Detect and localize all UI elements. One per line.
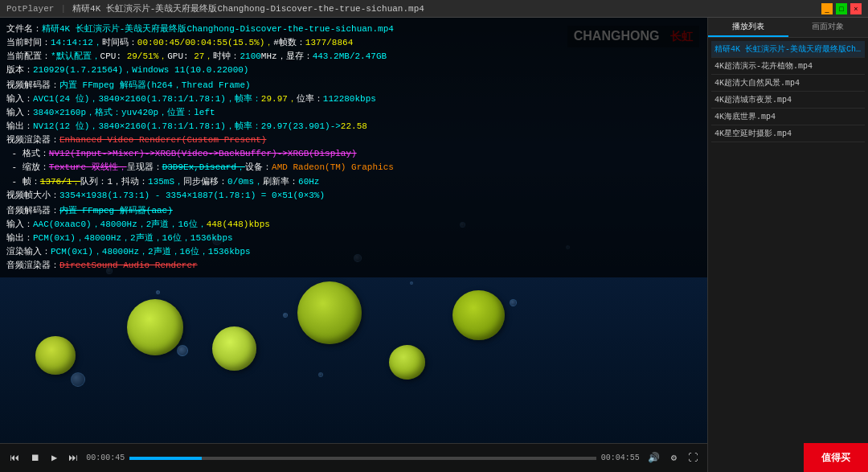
video-area[interactable]: CHANGHONG 长虹 文件名：精研4K 长虹演示片-美哉天府最终版Chang… [0,18,707,472]
stat-arender: 音频渲染器：DirectSound Audio Renderer [6,259,701,273]
stat-framesize: 视频帧大小：3354×1938(1.73:1) - 3354×1887(1.78… [6,189,701,203]
bubble-deco [283,313,288,318]
stat-config: 当前配置：*默认配置，CPU: 29/51%，GPU: 27，时钟：2100MH… [6,50,701,64]
stat-input2: 输入：3840×2160p，格式：yuv420p，位置：left [6,106,701,120]
stat-ainput: 输入：AAC(0xaac0)，48000Hz，2声道，16位，448(448)k… [6,218,701,232]
bubble-deco [156,290,160,294]
titlebar-left: PotPlayer | 精研4K 长虹演示片-美哉天府最终版Changhong-… [6,2,424,14]
minimize-button[interactable]: _ [821,3,833,14]
fruit-deco [389,345,425,380]
fruit-deco [35,336,76,375]
stat-format: - 格式：NV12(Input->Mixer)->XRGB(Video->Bac… [6,147,701,161]
titlebar: PotPlayer | 精研4K 长虹演示片-美哉天府最终版Changhong-… [0,0,868,18]
titlebar-title: 精研4K 长虹演示片-美哉天府最终版Changhong-Discover-the… [72,2,424,14]
fruit-deco [127,299,183,355]
stat-time: 当前时间：14:14:12，时间码：00:00:45/00:04:55(15.5… [6,36,701,50]
sidebar-item-3[interactable]: 4K超清城市夜景.mp4 [711,92,865,109]
maximize-button[interactable]: □ [836,3,847,14]
time-current: 00:00:45 [86,454,125,462]
fruit-deco [297,281,362,344]
stat-scale: - 缩放：Texture 双线性，呈现器：D3D9Ex,Discard，设备：A… [6,161,701,174]
progress-bar[interactable] [129,457,596,460]
fruit-deco [212,326,256,371]
tab-canvas[interactable]: 画面对象 [788,18,869,37]
stat-filename: 文件名：精研4K 长虹演示片-美哉天府最终版Changhong-Discover… [6,23,701,36]
titlebar-controls: _ □ × [821,3,862,14]
tab-playlist[interactable]: 播放列表 [708,18,788,37]
sidebar-item-4[interactable]: 4K海底世界.mp4 [711,109,865,125]
stat-aoutput: 输出：PCM(0x1)，48000Hz，2声道，16位，1536kbps [6,232,701,245]
fruit-deco [452,290,505,340]
sidebar-tabs: 播放列表 画面对象 [708,18,868,38]
zdm-label: 值得买 [821,451,850,465]
play-pause-button[interactable]: ▶ [48,450,60,466]
app-name: PotPlayer [6,4,54,14]
sidebar-item-2[interactable]: 4K超清大自然风景.mp4 [711,75,865,92]
sidebar-item-5[interactable]: 4K星空延时摄影.mp4 [711,125,865,142]
zdm-badge: 值得买 [804,443,868,472]
bubble-deco [71,372,85,387]
close-button[interactable]: × [850,3,862,14]
stat-output: 输出：NV12(12 位)，3840×2160(1.78:1/1.78:1)，帧… [6,120,701,133]
stat-arender-input: 渲染输入：PCM(0x1)，48000Hz，2声道，16位，1536kbps [6,245,701,259]
settings-button[interactable]: ⚙ [668,450,680,466]
fullscreen-button[interactable]: ⛶ [685,450,701,466]
stop-button[interactable]: ⏹ [27,450,43,466]
sidebar-content: 精研4K 长虹演示片-美哉天府最终版Changhong-Discover-th.… [708,38,868,472]
bottom-controls: ⏮ ⏹ ▶ ⏭ 00:00:45 00:04:55 🔊 ⚙ ⛶ [0,443,707,472]
stat-input1: 输入：AVC1(24 位)，3840×2160(1.78:1/1.78:1)，帧… [6,92,701,106]
main-container: CHANGHONG 长虹 文件名：精研4K 长虹演示片-美哉天府最终版Chang… [0,18,868,472]
bubble-deco [177,345,188,356]
sidebar-item-1[interactable]: 4K超清演示-花卉植物.mp4 [711,58,865,75]
volume-icon[interactable]: 🔊 [645,450,663,466]
bubble-deco [410,281,413,285]
time-total: 00:04:55 [601,454,640,462]
play-prev-button[interactable]: ⏮ [6,450,23,466]
stat-frame: - 帧：1376/1，队列：1，抖动：135mS，同步偏移：0/0ms，刷新率：… [6,175,701,189]
stat-vdec: 视频解码器：内置 FFmpeg 解码器(h264，Thread Frame) [6,79,701,92]
bubble-deco [510,299,517,306]
stats-overlay: 文件名：精研4K 长虹演示片-美哉天府最终版Changhong-Discover… [0,18,707,277]
stat-version: 版本：210929(1.7.21564)，Windows 11(10.0.220… [6,64,701,77]
progress-fill [129,457,202,460]
play-next-button[interactable]: ⏭ [65,450,81,466]
stat-vrender: 视频渲染器：Enhanced Video Renderer(Custom Pre… [6,133,701,147]
bubble-deco [318,372,323,377]
sidebar-item-0[interactable]: 精研4K 长虹演示片-美哉天府最终版Changhong-Discover-th.… [711,41,865,58]
stat-adec: 音频解码器：内置 FFmpeg 解码器(aac) [6,204,701,218]
sidebar: 播放列表 画面对象 精研4K 长虹演示片-美哉天府最终版Changhong-Di… [707,18,868,472]
